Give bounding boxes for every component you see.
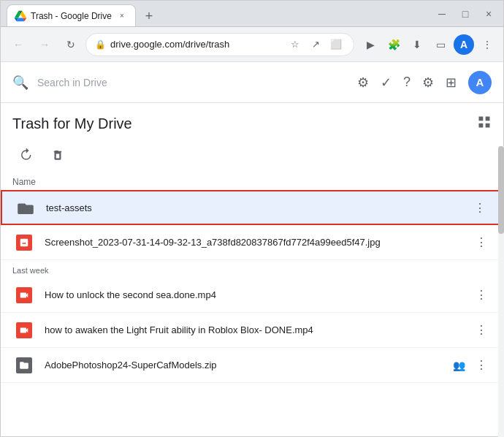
search-input[interactable]: Search in Drive	[37, 77, 348, 88]
lock-icon: 🔒	[95, 39, 106, 50]
table-row[interactable]: test-assets ⋮	[1, 190, 503, 225]
more-options-button[interactable]: ⋮	[470, 197, 490, 218]
page-header: Trash for My Drive	[1, 103, 503, 139]
search-area: 🔍 Search in Drive ⚙ ✓ ? ⚙ ⊞ A	[1, 62, 503, 103]
tab-title: Trash - Google Drive	[31, 11, 112, 21]
maximize-button[interactable]: □	[457, 5, 474, 23]
back-button[interactable]: ←	[7, 33, 30, 56]
active-tab[interactable]: Trash - Google Drive ×	[7, 4, 136, 26]
minimize-button[interactable]: ─	[433, 5, 451, 23]
scrollbar-thumb[interactable]	[498, 146, 504, 234]
tab-favicon	[15, 10, 26, 22]
file-name: Screenshot_2023-07-31-14-09-32-13_a738fd…	[45, 237, 471, 248]
filter-icon[interactable]: ⚙	[357, 75, 369, 91]
table-row[interactable]: Screenshot_2023-07-31-14-09-32-13_a738fd…	[1, 225, 503, 260]
file-list: Name test-assets ⋮ Screens	[1, 174, 503, 436]
section-label: Last week	[1, 260, 503, 278]
table-row[interactable]: AdobePhotoshop24-SuperCafModels.zip 👥 ⋮	[1, 348, 503, 383]
page-title: Trash for My Drive	[12, 115, 132, 132]
browser-frame: Trash - Google Drive × + ─ □ × ← → ↻ 🔒 d…	[0, 0, 504, 437]
column-header-name: Name	[1, 174, 503, 190]
scrollbar-track	[498, 146, 504, 437]
page-content: Trash for My Drive Name	[1, 103, 503, 436]
check-icon[interactable]: ✓	[381, 75, 392, 91]
search-right-actions: ⚙ ✓ ? ⚙ ⊞	[357, 75, 457, 91]
table-row[interactable]: How to unlock the second sea.done.mp4 ⋮	[1, 278, 503, 313]
tab-close-button[interactable]: ×	[116, 10, 128, 22]
video-file-icon	[12, 287, 36, 303]
menu-button[interactable]: ⋮	[477, 34, 497, 55]
url-bar[interactable]: 🔒 drive.google.com/drive/trash ☆ ↗ ⬜	[85, 33, 354, 56]
title-bar: Trash - Google Drive × + ─ □ ×	[1, 1, 503, 27]
account-avatar[interactable]: A	[468, 71, 492, 94]
restore-button[interactable]	[12, 142, 39, 168]
extensions-button[interactable]: 🧩	[383, 34, 404, 55]
profile-button[interactable]: A	[454, 34, 474, 55]
download-button[interactable]: ⬇	[407, 34, 427, 55]
share-icon[interactable]: ↗	[307, 36, 324, 53]
video-file-icon	[12, 322, 36, 338]
more-options-button[interactable]: ⋮	[471, 232, 492, 253]
browser-actions: ▶ 🧩 ⬇ ▭ A ⋮	[360, 34, 497, 55]
settings-icon[interactable]: ⚙	[422, 75, 434, 91]
apps-icon[interactable]: ⊞	[446, 75, 457, 91]
delete-button[interactable]	[45, 142, 71, 168]
file-name: AdobePhotoshop24-SuperCafModels.zip	[45, 360, 453, 370]
zip-file-icon	[12, 357, 36, 373]
refresh-button[interactable]: ↻	[59, 33, 83, 56]
window-controls: ─ □ ×	[433, 5, 497, 23]
address-bar: ← → ↻ 🔒 drive.google.com/drive/trash ☆ ↗…	[1, 27, 503, 62]
file-name: test-assets	[46, 202, 470, 213]
new-tab-button[interactable]: +	[139, 6, 159, 26]
more-options-button[interactable]: ⋮	[471, 285, 492, 305]
forward-button[interactable]: →	[33, 33, 56, 56]
file-name: How to unlock the second sea.done.mp4	[45, 289, 471, 300]
url-actions: ☆ ↗ ⬜	[286, 36, 345, 53]
sidebar-button[interactable]: ▭	[430, 34, 451, 55]
url-text: drive.google.com/drive/trash	[110, 39, 282, 50]
media-button[interactable]: ▶	[360, 34, 381, 55]
cast-icon[interactable]: ⬜	[327, 36, 345, 53]
shared-icon: 👥	[453, 360, 465, 371]
image-file-icon	[12, 235, 36, 251]
folder-icon	[14, 201, 37, 214]
more-options-button[interactable]: ⋮	[471, 320, 492, 341]
help-icon[interactable]: ?	[403, 75, 411, 90]
action-bar	[1, 139, 503, 174]
search-icon: 🔍	[12, 75, 28, 91]
table-row[interactable]: how to awaken the Light Fruit ability in…	[1, 313, 503, 348]
tab-bar: Trash - Google Drive × +	[7, 1, 430, 26]
grid-view-button[interactable]	[477, 115, 492, 133]
bookmark-icon[interactable]: ☆	[286, 36, 304, 53]
file-name: how to awaken the Light Fruit ability in…	[45, 324, 471, 335]
close-button[interactable]: ×	[480, 5, 497, 23]
more-options-button[interactable]: ⋮	[471, 355, 492, 376]
